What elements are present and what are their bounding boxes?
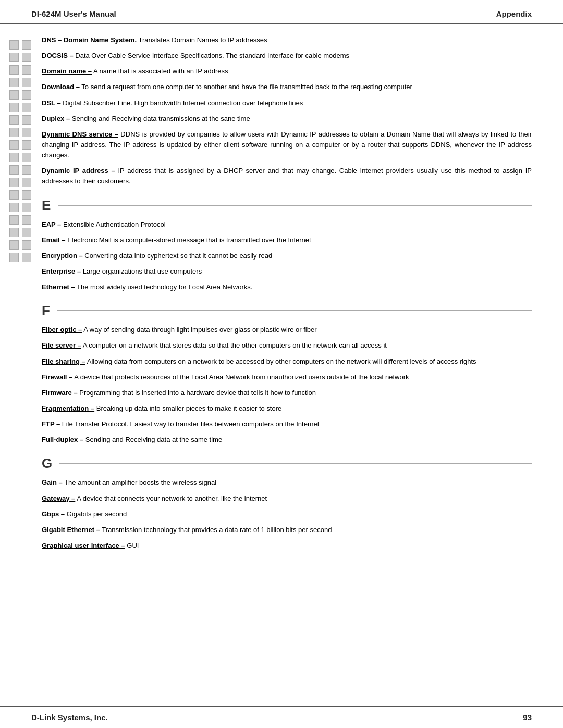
sidebar-square xyxy=(9,240,19,250)
term-label: Gigabit Ethernet – xyxy=(42,526,100,534)
term-label: Enterprise – xyxy=(42,267,81,275)
term-block: Domain name – A name that is associated … xyxy=(42,66,532,77)
term-paragraph: File server – A computer on a network th… xyxy=(42,340,532,351)
term-definition: Gigabits per second xyxy=(65,510,127,518)
term-block: Firewall – A device that protects resour… xyxy=(42,372,532,382)
sidebar-square xyxy=(9,40,19,50)
term-label: DNS – Domain Name System. xyxy=(42,36,137,44)
sidebar-square xyxy=(22,103,31,112)
sidebar-square xyxy=(9,53,19,62)
term-definition: A way of sending data through light impu… xyxy=(82,326,316,334)
term-definition: GUI xyxy=(125,541,139,549)
sidebar-decoration xyxy=(0,35,42,556)
term-paragraph: Dynamic DNS service – DDNS is provided b… xyxy=(42,129,532,161)
sidebar-square xyxy=(22,90,31,100)
term-paragraph: Gain – The amount an amplifier boosts th… xyxy=(42,477,532,488)
term-paragraph: DSL – Digital Subscriber Line. High band… xyxy=(42,98,532,108)
term-definition: To send a request from one computer to a… xyxy=(80,83,412,91)
term-block: Dynamic DNS service – DDNS is provided b… xyxy=(42,129,532,161)
section-letter-line xyxy=(59,463,532,464)
term-label: Email – xyxy=(42,236,66,244)
term-block: Gbps – Gigabits per second xyxy=(42,509,532,520)
sidebar-square xyxy=(22,228,31,237)
sidebar-square-row xyxy=(9,90,42,100)
sidebar-square xyxy=(9,128,19,137)
sidebar-square xyxy=(22,40,31,50)
term-block: Firmware – Programming that is inserted … xyxy=(42,388,532,398)
term-block: DSL – Digital Subscriber Line. High band… xyxy=(42,98,532,108)
term-label: File server – xyxy=(42,341,81,349)
term-definition: Sending and Receiving data at the same t… xyxy=(83,436,222,443)
term-definition: Programming that is inserted into a hard… xyxy=(78,389,316,397)
term-block: Ethernet – The most widely used technolo… xyxy=(42,282,532,292)
footer-company: D-Link Systems, Inc. xyxy=(31,713,108,722)
term-paragraph: Fiber optic – A way of sending data thro… xyxy=(42,325,532,335)
term-label: Gateway – xyxy=(42,495,75,502)
sidebar-square xyxy=(22,140,31,150)
term-paragraph: Enterprise – Large organizations that us… xyxy=(42,266,532,277)
term-definition: Converting data into cyphertext so that … xyxy=(83,252,273,260)
term-paragraph: DNS – Domain Name System. Translates Dom… xyxy=(42,35,532,45)
footer-page: 93 xyxy=(523,713,532,722)
term-block: Graphical user interface – GUI xyxy=(42,540,532,551)
term-definition: A computer on a network that stores data… xyxy=(81,341,387,349)
sidebar-square-row xyxy=(9,40,42,50)
term-label: Firmware – xyxy=(42,389,78,397)
term-label: Gbps – xyxy=(42,510,65,518)
term-definition: Extensible Authentication Protocol xyxy=(61,220,165,228)
term-label: Full-duplex – xyxy=(42,436,83,443)
sidebar-square xyxy=(22,53,31,62)
sidebar-square xyxy=(22,215,31,225)
sidebar-square-row xyxy=(9,228,42,237)
term-label: Duplex – xyxy=(42,115,70,122)
term-paragraph: DOCSIS – Data Over Cable Service Interfa… xyxy=(42,51,532,61)
sidebar-square xyxy=(9,115,19,125)
term-block: Full-duplex – Sending and Receiving data… xyxy=(42,435,532,445)
term-paragraph: Dynamic IP address – IP address that is … xyxy=(42,166,532,187)
term-definition: A name that is associated with an IP add… xyxy=(92,67,228,75)
term-paragraph: EAP – Extensible Authentication Protocol xyxy=(42,219,532,230)
sidebar-square xyxy=(9,90,19,100)
sidebar-square xyxy=(9,103,19,112)
term-label: Dynamic DNS service – xyxy=(42,130,118,138)
term-definition: A device that protects resources of the … xyxy=(72,373,409,381)
term-label: DSL – xyxy=(42,99,61,107)
term-definition: Digital Subscriber Line. High bandwidth … xyxy=(61,99,303,107)
sidebar-square-row xyxy=(9,190,42,200)
term-definition: The amount an amplifier boosts the wirel… xyxy=(63,478,216,486)
term-definition: Large organizations that use computers xyxy=(81,267,202,275)
sidebar-square-row xyxy=(9,203,42,212)
page-header: DI-624M User's Manual Appendix xyxy=(0,0,563,24)
term-definition: Electronic Mail is a computer-stored mes… xyxy=(66,236,311,244)
section-letter-char: F xyxy=(42,304,50,317)
sidebar-square xyxy=(9,65,19,75)
term-paragraph: Gigabit Ethernet – Transmission technolo… xyxy=(42,525,532,535)
term-label: Fragmentation – xyxy=(42,404,94,412)
term-label: Download – xyxy=(42,83,80,91)
term-block: Enterprise – Large organizations that us… xyxy=(42,266,532,277)
term-block: File sharing – Allowing data from comput… xyxy=(42,356,532,367)
sidebar-square xyxy=(9,215,19,225)
sidebar-square xyxy=(22,153,31,162)
term-block: Duplex – Sending and Receiving data tran… xyxy=(42,114,532,124)
sidebar-square xyxy=(22,190,31,200)
term-paragraph: Ethernet – The most widely used technolo… xyxy=(42,282,532,292)
sidebar-square-row xyxy=(9,153,42,162)
sidebar-square xyxy=(22,165,31,175)
term-block: DNS – Domain Name System. Translates Dom… xyxy=(42,35,532,45)
term-label: Ethernet – xyxy=(42,283,75,291)
section-letter-line xyxy=(58,205,532,206)
term-label: Encryption – xyxy=(42,252,83,260)
term-paragraph: Download – To send a request from one co… xyxy=(42,82,532,92)
term-definition: Data Over Cable Service Interface Specif… xyxy=(74,52,349,59)
term-block: Encryption – Converting data into cypher… xyxy=(42,251,532,261)
section-letter-char: E xyxy=(42,199,51,212)
term-paragraph: Domain name – A name that is associated … xyxy=(42,66,532,77)
section-header-e: E xyxy=(42,199,532,212)
term-label: File sharing – xyxy=(42,357,85,365)
section-letter-char: G xyxy=(42,456,52,470)
sidebar-square xyxy=(9,228,19,237)
sidebar-square-row xyxy=(9,115,42,125)
term-paragraph: Fragmentation – Breaking up data into sm… xyxy=(42,403,532,414)
sidebar-square-row xyxy=(9,78,42,87)
